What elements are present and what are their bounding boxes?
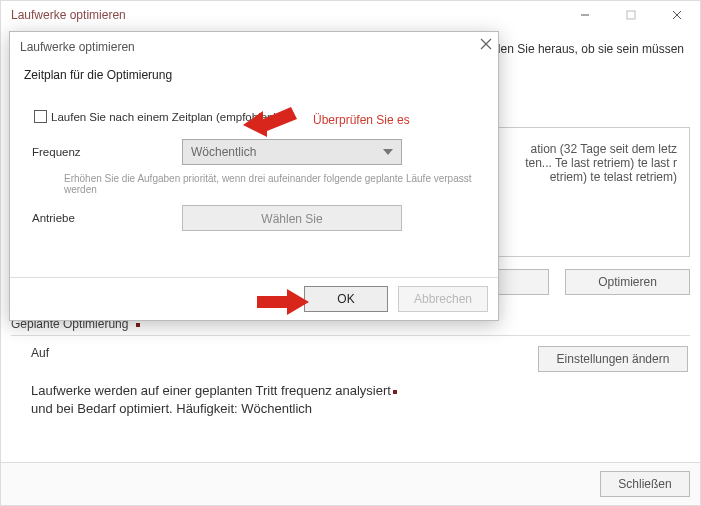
priority-fineprint: Erhöhen Sie die Aufgaben priorität, wenn… xyxy=(64,173,484,195)
frequency-value: Wöchentlich xyxy=(191,145,256,159)
change-settings-button[interactable]: Einstellungen ändern xyxy=(538,346,688,372)
highlight-dot-icon xyxy=(393,390,397,394)
main-window: Laufwerke optimieren Finden Sie heraus, … xyxy=(0,0,701,506)
window-controls xyxy=(562,1,700,29)
frequency-select[interactable]: Wöchentlich xyxy=(182,139,402,165)
optimize-button[interactable]: Optimieren xyxy=(565,269,690,295)
frequency-label: Frequenz xyxy=(32,146,182,158)
close-button[interactable]: Schließen xyxy=(600,471,690,497)
cancel-button[interactable]: Abbrechen xyxy=(398,286,488,312)
svg-rect-1 xyxy=(627,11,635,19)
chevron-down-icon xyxy=(383,149,393,155)
ok-button[interactable]: OK xyxy=(304,286,388,312)
annotation-arrow-icon xyxy=(241,97,301,137)
drives-label: Antriebe xyxy=(32,212,182,224)
schedule-dialog: Laufwerke optimieren Zeitplan für die Op… xyxy=(9,31,499,321)
close-window-button[interactable] xyxy=(654,1,700,29)
choose-drives-button[interactable]: Wählen Sie xyxy=(182,205,402,231)
frequency-row: Frequenz Wöchentlich xyxy=(32,139,484,165)
dialog-heading: Zeitplan für die Optimierung xyxy=(24,68,484,82)
minimize-button[interactable] xyxy=(562,1,608,29)
checkbox-icon[interactable] xyxy=(34,110,47,123)
svg-marker-7 xyxy=(257,289,309,315)
maximize-button[interactable] xyxy=(608,1,654,29)
hint-text: Finden Sie heraus, ob sie sein müssen xyxy=(477,42,684,56)
schedule-row: Auf Einstellungen ändern xyxy=(11,346,690,372)
svg-marker-6 xyxy=(243,107,297,137)
dialog-titlebar: Laufwerke optimieren xyxy=(10,32,498,62)
annotation-verify: Überprüfen Sie es xyxy=(313,113,410,127)
dialog-close-icon[interactable] xyxy=(480,38,492,53)
window-title: Laufwerke optimieren xyxy=(11,8,126,22)
dialog-title: Laufwerke optimieren xyxy=(20,40,135,54)
annotation-arrow-icon xyxy=(253,285,313,319)
drives-row: Antriebe Wählen Sie xyxy=(32,205,484,231)
dialog-body: Zeitplan für die Optimierung Laufen Sie … xyxy=(10,62,498,245)
footer: Schließen xyxy=(1,462,700,505)
schedule-description: Laufwerke werden auf einer geplanten Tri… xyxy=(11,382,690,417)
schedule-on-label: Auf xyxy=(11,346,538,360)
